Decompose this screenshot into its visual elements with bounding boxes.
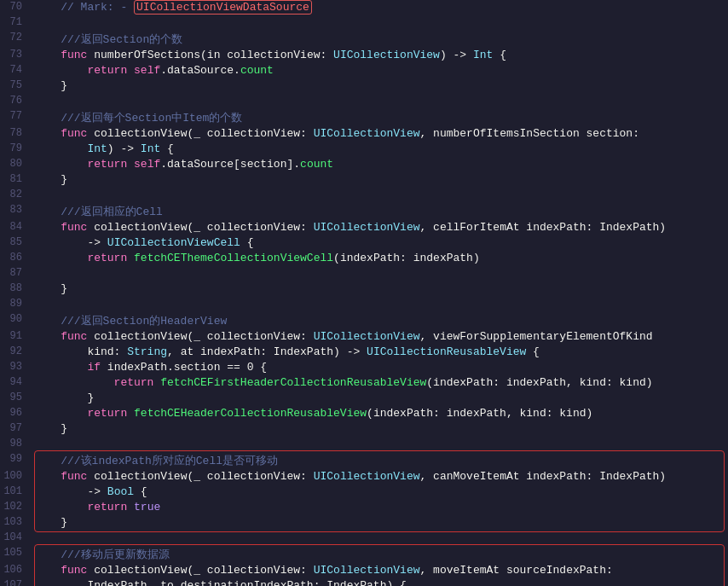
- code-line: 101 -> Bool {: [0, 484, 728, 500]
- token: Bool: [107, 485, 134, 498]
- token: [34, 49, 61, 61]
- line-content: -> Bool {: [31, 485, 728, 498]
- token: func: [61, 221, 87, 234]
- token: return: [34, 64, 134, 77]
- line-number: 75: [0, 79, 31, 91]
- line-content: }: [31, 422, 728, 435]
- token: [34, 361, 87, 374]
- token: UICollectionView: [314, 330, 420, 343]
- line-content: }: [31, 282, 728, 295]
- line-number: 82: [0, 189, 31, 200]
- token: , moveItemAt sourceIndexPath:: [420, 564, 613, 577]
- code-line: 99 ///该indexPath所对应的Cell是否可移动: [0, 452, 728, 469]
- token: }: [34, 79, 67, 92]
- token: .dataSource.: [160, 64, 240, 77]
- line-content: if indexPath.section == 0 {: [31, 361, 728, 374]
- token: return: [34, 252, 134, 264]
- line-number: 100: [0, 470, 31, 482]
- token: , numberOfItemsInSection section:: [420, 127, 639, 140]
- token: (indexPath: indexPath, kind: kind): [367, 407, 592, 420]
- line-content: func collectionView(_ collectionView: UI…: [31, 221, 728, 234]
- token: }: [34, 173, 67, 186]
- token: ///返回每个Section中Item的个数: [34, 112, 242, 125]
- token: , canMoveItemAt indexPath: IndexPath): [420, 470, 667, 483]
- line-number: 83: [0, 204, 31, 216]
- line-content: func numberOfSections(in collectionView:…: [31, 49, 728, 61]
- code-line: 85 -> UICollectionViewCell {: [0, 235, 728, 251]
- line-number: 92: [0, 345, 31, 357]
- token: ///返回相应的Cell: [34, 206, 163, 218]
- token: ///返回Section的个数: [34, 33, 182, 46]
- line-content: ///该indexPath所对应的Cell是否可移动: [31, 453, 728, 468]
- line-content: func collectionView(_ collectionView: UI…: [31, 330, 728, 343]
- line-number: 72: [0, 32, 31, 44]
- token: ->: [34, 485, 107, 498]
- token: func: [61, 49, 87, 61]
- token: (indexPath: indexPath): [333, 252, 480, 264]
- token: UICollectionView: [333, 49, 440, 61]
- line-number: 80: [0, 158, 31, 170]
- token: collectionView(_ collectionView:: [87, 221, 313, 234]
- token: Int: [141, 142, 160, 155]
- code-line: 89: [0, 297, 728, 312]
- token: self: [134, 158, 160, 171]
- line-number: 76: [0, 95, 31, 107]
- line-content: IndexPath, to destinationIndexPath: Inde…: [31, 579, 728, 586]
- code-line: 71: [0, 15, 728, 31]
- code-line: 102 return true: [0, 500, 728, 515]
- line-content: // Mark: - UICollectionViewDataSource: [31, 1, 728, 14]
- line-content: return fetchCEHeaderCollectionReusableVi…: [31, 407, 728, 420]
- token: IndexPath, to destinationIndexPath: Inde…: [34, 579, 407, 586]
- token: {: [526, 345, 540, 358]
- token: if: [87, 361, 101, 374]
- code-line: 86 return fetchCEThemeCollectionViewCell…: [0, 251, 728, 266]
- code-line: 74 return self.dataSource.count: [0, 63, 728, 78]
- token: [34, 330, 61, 343]
- token: [34, 221, 61, 234]
- line-number: 78: [0, 127, 31, 139]
- line-content: func collectionView(_ collectionView: UI…: [31, 564, 728, 577]
- token: func: [61, 127, 87, 140]
- token: collectionView(_ collectionView:: [87, 127, 313, 140]
- token: {: [240, 236, 254, 249]
- code-line: 106 func collectionView(_ collectionView…: [0, 563, 728, 578]
- line-content: func collectionView(_ collectionView: UI…: [31, 127, 728, 140]
- token: return: [34, 501, 134, 513]
- token: UICollectionView: [314, 221, 420, 234]
- code-line: 77 ///返回每个Section中Item的个数: [0, 109, 728, 126]
- line-number: 79: [0, 142, 31, 154]
- code-line: 100 func collectionView(_ collectionView…: [0, 469, 728, 484]
- line-content: ///移动后更新数据源: [31, 547, 728, 562]
- line-number: 107: [0, 579, 31, 586]
- line-number: 87: [0, 267, 31, 279]
- line-content: [31, 16, 728, 29]
- line-content: ///返回相应的Cell: [31, 204, 728, 219]
- token: ///该indexPath所对应的Cell是否可移动: [34, 455, 278, 467]
- code-line: 92 kind: String, at indexPath: IndexPath…: [0, 345, 728, 360]
- token: }: [34, 422, 67, 435]
- token: fetchCEFirstHeaderCollectionReusableView: [160, 376, 426, 389]
- line-number: 94: [0, 376, 31, 388]
- line-number: 85: [0, 236, 31, 248]
- token: [34, 142, 87, 155]
- line-number: 74: [0, 64, 31, 76]
- code-line: 104: [0, 531, 728, 546]
- code-line: 96 return fetchCEHeaderCollectionReusabl…: [0, 406, 728, 421]
- code-line: 80 return self.dataSource[section].count: [0, 157, 728, 172]
- token: ///返回Section的HeaderView: [34, 315, 227, 328]
- token: (indexPath: indexPath, kind: kind): [426, 376, 652, 389]
- token: ) ->: [107, 142, 141, 155]
- token: [34, 127, 61, 140]
- code-line: 83 ///返回相应的Cell: [0, 203, 728, 220]
- line-number: 102: [0, 501, 31, 513]
- token: indexPath.section == 0 {: [101, 361, 267, 374]
- line-number: 97: [0, 422, 31, 434]
- code-line: 91 func collectionView(_ collectionView:…: [0, 329, 728, 345]
- line-content: func collectionView(_ collectionView: UI…: [31, 470, 728, 483]
- token: }: [34, 282, 67, 295]
- token: , at indexPath: IndexPath) ->: [167, 345, 367, 358]
- token: , viewForSupplementaryElementOfKind: [420, 330, 653, 343]
- token: ->: [34, 236, 107, 249]
- token: func: [61, 470, 87, 483]
- line-content: kind: String, at indexPath: IndexPath) -…: [31, 345, 728, 358]
